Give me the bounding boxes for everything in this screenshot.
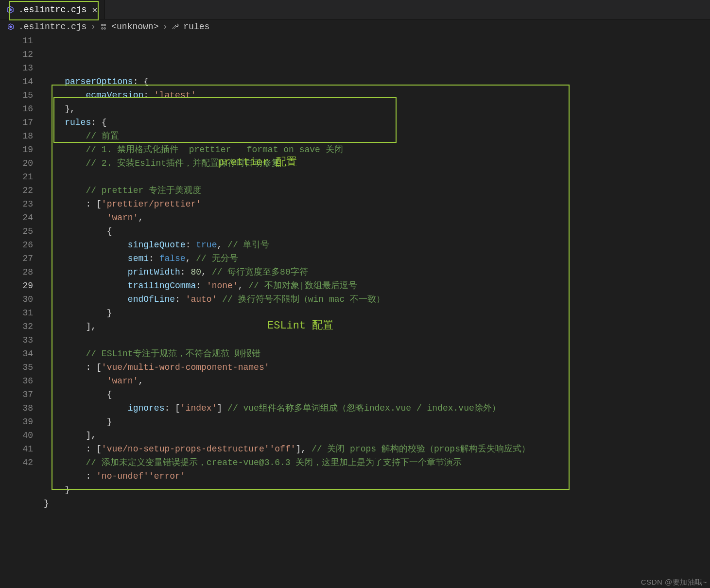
line-number: 40: [0, 429, 33, 442]
annotation-prettier-label: prettier 配置: [218, 155, 297, 169]
line-number: 20: [0, 156, 33, 170]
line-number: 14: [0, 75, 33, 88]
code-line-42: }: [44, 497, 710, 510]
code-line-15: // 前置: [44, 129, 710, 143]
annotation-eslint-label: ESLint 配置: [267, 318, 333, 332]
code-line-18: [44, 170, 710, 184]
code-line-30: [44, 333, 710, 347]
line-number: 35: [0, 361, 33, 374]
line-number: 15: [0, 88, 33, 102]
code-line-23: singleQuote: true, // 单引号: [44, 238, 710, 252]
tab-eslintrc[interactable]: .eslintrc.cjs ✕: [0, 0, 105, 19]
code-line-24: semi: false, // 无分号: [44, 252, 710, 265]
code-line-13: },: [44, 102, 710, 116]
code-line-26: trailingComma: 'none', // 不加对象|数组最后逗号: [44, 279, 710, 293]
code-line-22: {: [44, 225, 710, 238]
line-number: 23: [0, 197, 33, 211]
code-line-29: ],: [44, 320, 710, 333]
code-line-11: parserOptions: {: [44, 75, 710, 88]
line-number: 33: [0, 333, 33, 347]
line-number: 16: [0, 102, 33, 116]
line-number: 28: [0, 265, 33, 279]
code-line-32: : ['vue/multi-word-component-names': [44, 361, 710, 374]
line-number: 11: [0, 34, 33, 48]
line-number: 41: [0, 442, 33, 456]
code-line-38: : ['vue/no-setup-props-destructure''off'…: [44, 442, 710, 456]
line-gutter: 1112131415161718192021222324252627282930…: [0, 34, 44, 588]
code-line-25: printWidth: 80, // 每行宽度至多80字符: [44, 265, 710, 279]
line-number: 30: [0, 293, 33, 306]
code-line-14: rules: {: [44, 116, 710, 129]
code-line-21: 'warn',: [44, 211, 710, 225]
line-number: 12: [0, 48, 33, 61]
line-number: 42: [0, 456, 33, 469]
breadcrumb-file[interactable]: .eslintrc.cjs: [18, 22, 87, 32]
line-number: 18: [0, 129, 33, 143]
code-line-12: ecmaVersion: 'latest': [44, 88, 710, 102]
code-line-20: : ['prettier/prettier': [44, 197, 710, 211]
breadcrumb-scope[interactable]: <unknown>: [111, 22, 158, 32]
eslint-icon: [6, 5, 15, 14]
namespace-icon: [100, 23, 107, 31]
chevron-right-icon: ›: [90, 22, 96, 32]
code-area[interactable]: parserOptions: { ecmaVersion: 'latest' }…: [44, 34, 710, 588]
code-line-40: : 'no-undef''error': [44, 469, 710, 483]
code-line-33: 'warn',: [44, 374, 710, 388]
eslint-icon: [7, 23, 15, 31]
line-number: 38: [0, 401, 33, 415]
line-number: 31: [0, 306, 33, 320]
line-number: 29: [0, 279, 33, 293]
breadcrumb[interactable]: .eslintrc.cjs › <unknown> › rules: [0, 19, 710, 34]
code-line-16: // 1. 禁用格式化插件 prettier format on save 关闭: [44, 143, 710, 156]
line-number: 22: [0, 184, 33, 197]
code-line-37: ],: [44, 429, 710, 442]
line-number: 32: [0, 320, 33, 333]
code-editor[interactable]: 1112131415161718192021222324252627282930…: [0, 34, 710, 588]
code-line-27: endOfLine: 'auto' // 换行符号不限制（win mac 不一致…: [44, 293, 710, 306]
line-number: 26: [0, 238, 33, 252]
line-number: 21: [0, 170, 33, 184]
tab-filename: .eslintrc.cjs: [18, 5, 87, 15]
code-line-41: }: [44, 483, 710, 497]
watermark: CSDN @要加油哦~: [641, 578, 707, 587]
chevron-right-icon: ›: [162, 22, 168, 32]
close-icon[interactable]: ✕: [90, 4, 99, 15]
line-number: 27: [0, 252, 33, 265]
line-number: 25: [0, 225, 33, 238]
wrench-icon: [172, 23, 179, 31]
code-line-36: }: [44, 415, 710, 429]
line-number: 17: [0, 116, 33, 129]
line-number: 24: [0, 211, 33, 225]
code-line-34: {: [44, 388, 710, 401]
line-number: 39: [0, 415, 33, 429]
code-line-17: // 2. 安装Eslint插件，并配置保存时自动修复: [44, 156, 710, 170]
code-line-28: }: [44, 306, 710, 320]
code-line-19: // prettier 专注于美观度: [44, 184, 710, 197]
line-number: 19: [0, 143, 33, 156]
code-line-31: // ESLint专注于规范，不符合规范 则报错: [44, 347, 710, 361]
line-number: 36: [0, 374, 33, 388]
line-number: 34: [0, 347, 33, 361]
code-line-39: // 添加未定义变量错误提示，create-vue@3.6.3 关闭，这里加上是…: [44, 456, 710, 469]
svg-marker-3: [9, 25, 12, 28]
editor-tabs: .eslintrc.cjs ✕: [0, 0, 710, 19]
code-line-35: ignores: ['index'] // vue组件名称多单词组成（忽略ind…: [44, 401, 710, 415]
line-number: 13: [0, 61, 33, 75]
svg-marker-1: [9, 8, 12, 11]
breadcrumb-prop[interactable]: rules: [183, 22, 209, 32]
line-number: 37: [0, 388, 33, 401]
